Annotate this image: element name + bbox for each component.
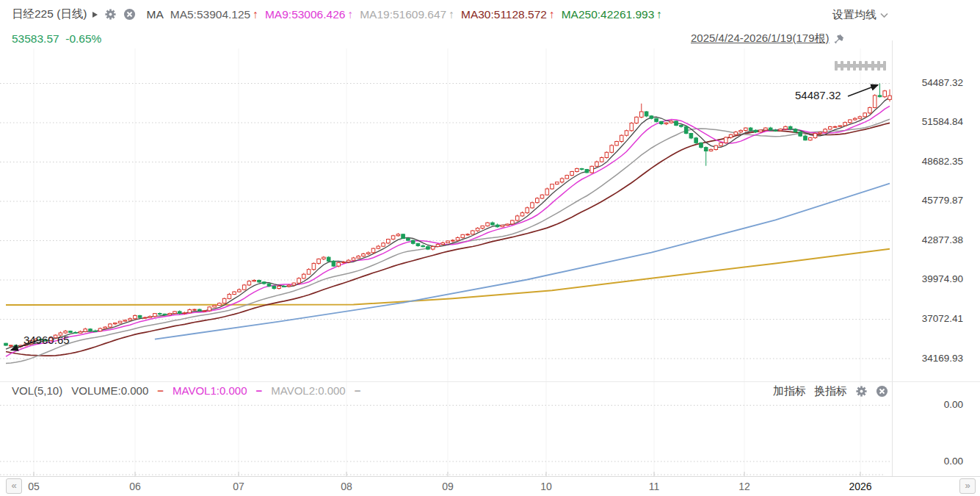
x-axis-label: 11: [638, 481, 670, 492]
x-axis-label: 07: [222, 481, 255, 492]
x-axis-label: 09: [432, 481, 464, 492]
y-axis-tick: 45779.87: [897, 195, 963, 206]
pin-icon[interactable]: [833, 33, 845, 45]
y-axis-tick: 54487.32: [897, 77, 963, 88]
volume-tick: 0.00: [897, 456, 963, 467]
x-axis-label: 05: [18, 481, 50, 492]
up-arrow-icon: ↑: [253, 8, 258, 21]
close-icon[interactable]: [876, 385, 888, 398]
up-arrow-icon: ↑: [449, 8, 454, 21]
time-axis-border: [0, 476, 980, 477]
y-axis-tick: 34169.93: [897, 353, 963, 364]
ma-settings-button[interactable]: 设置均线: [832, 8, 888, 22]
current-price: 53583.57 -0.65%: [12, 32, 101, 46]
high-price-annotation: 54487.32: [795, 89, 841, 101]
volume-indicator-row: VOL(5,10) VOLUME:0.000 − MAVOL1:0.000 − …: [12, 384, 360, 397]
up-arrow-icon: ↑: [656, 8, 662, 21]
ma-group-label: MA: [147, 8, 164, 21]
add-indicator-button[interactable]: 加指标: [773, 384, 806, 398]
page-title: 日经225 (日线): [12, 7, 87, 22]
y-axis-tick: 39974.90: [897, 273, 963, 284]
y-axis-tick: 48682.35: [897, 156, 963, 167]
gear-icon[interactable]: [104, 8, 117, 21]
axis-separator: [892, 40, 893, 476]
ma250-value: MA250:42261.993 ↑: [562, 8, 662, 21]
volume-dash: −: [157, 384, 164, 397]
ma9-value: MA9:53006.426 ↑: [265, 8, 353, 21]
chart-header: 日经225 (日线) MA MA5:53904.125 ↑ MA9:53006.…: [12, 7, 662, 22]
x-axis-label: 10: [530, 481, 562, 492]
low-price-annotation: 34960.65: [23, 334, 70, 346]
date-range-row: 2025/4/24-2026/1/19(179根): [691, 32, 845, 46]
gear-icon[interactable]: [855, 385, 868, 398]
x-axis-label: 2026: [844, 481, 876, 492]
date-range-link[interactable]: 2025/4/24-2026/1/19(179根): [691, 32, 829, 46]
high-arrow: [848, 85, 878, 97]
last-price: 53583.57: [12, 32, 59, 45]
volume-value: VOLUME:0.000: [71, 384, 148, 397]
x-axis-label: 06: [119, 481, 151, 492]
price-chart-canvas[interactable]: [0, 0, 980, 496]
y-axis-tick: 51584.84: [897, 116, 963, 127]
indicator-actions: 加指标 换指标: [773, 384, 888, 398]
ma5-value: MA5:53904.125 ↑: [170, 8, 258, 21]
mavol2-value: MAVOL2:0.000: [271, 384, 345, 397]
volume-tick: 0.00: [897, 399, 963, 410]
pane-divider: [0, 381, 980, 382]
up-arrow-icon: ↑: [549, 8, 555, 21]
scroll-right-button[interactable]: »: [959, 478, 976, 494]
ma19-value: MA19:51609.647 ↑: [360, 8, 454, 21]
mavol1-value: MAVOL1:0.000: [173, 384, 247, 397]
close-icon[interactable]: [123, 8, 136, 21]
stock-chart-app: 日经225 (日线) MA MA5:53904.125 ↑ MA9:53006.…: [0, 0, 980, 496]
expand-icon[interactable]: [92, 12, 98, 18]
chevron-down-icon: [880, 12, 888, 18]
mavol2-dash: −: [355, 384, 361, 397]
change-percent: -0.65%: [65, 32, 101, 45]
up-arrow-icon: ↑: [347, 8, 353, 21]
y-axis-tick: 42877.38: [897, 234, 963, 245]
switch-indicator-button[interactable]: 换指标: [814, 384, 847, 398]
vol-label[interactable]: VOL(5,10): [12, 384, 62, 397]
mavol1-dash: −: [255, 384, 262, 397]
y-axis-tick: 37072.41: [897, 313, 963, 324]
pane-resize-handle[interactable]: [835, 61, 886, 71]
ma30-value: MA30:51128.572 ↑: [461, 8, 555, 21]
x-axis-label: 08: [330, 481, 363, 492]
x-axis-label: 12: [728, 481, 761, 492]
